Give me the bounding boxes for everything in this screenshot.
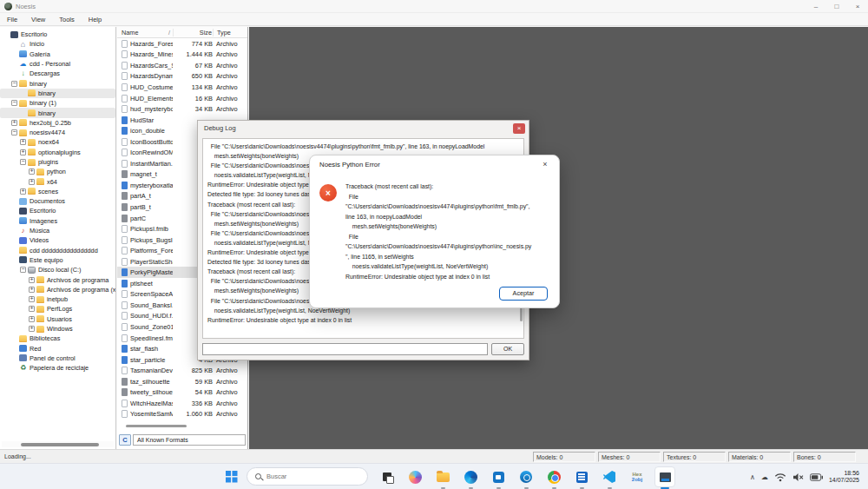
tree-item-noex64[interactable]: +noex64 — [0, 137, 115, 147]
file-row-hud-costume[interactable]: HUD_Costume...134 KBArchivo — [117, 82, 247, 93]
file-row-hud-elementsi[interactable]: HUD_ElementsI...16 KBArchivo — [117, 93, 247, 104]
wifi-icon[interactable] — [774, 472, 786, 482]
expand-icon[interactable]: + — [29, 316, 35, 322]
start-button[interactable] — [226, 471, 238, 483]
tree-item-documentos[interactable]: Documentos — [0, 196, 115, 206]
tree-item-binary[interactable]: binary — [0, 89, 115, 98]
taskbar-store[interactable] — [488, 466, 509, 487]
tree-item-escritorio[interactable]: Escritorio — [0, 30, 115, 39]
accept-button[interactable]: Aceptar — [499, 287, 548, 301]
tree-item-plugins[interactable]: −plugins — [0, 157, 115, 167]
tree-item-inicio[interactable]: ⌂Inicio — [0, 39, 115, 49]
tree-item-binary-1[interactable]: −binary (1) — [0, 98, 115, 108]
file-horizontal-scrollbar[interactable] — [121, 423, 244, 428]
error-dialog-close-icon[interactable]: × — [539, 159, 551, 170]
tree-item-cdd-personal[interactable]: ☁cdd - Personal — [0, 59, 115, 69]
tree-item-usuarios[interactable]: +Usuarios — [0, 314, 115, 324]
tree-item-disco-local-c[interactable]: −Disco local (C:) — [0, 265, 115, 274]
tree-item-archivos-de-programa[interactable]: +Archivos de programa — [0, 274, 115, 284]
tree-item-x64[interactable]: +x64 — [0, 176, 115, 186]
refresh-formats-button[interactable]: C — [119, 434, 131, 446]
taskbar-edge[interactable] — [460, 466, 481, 487]
expand-icon[interactable]: + — [20, 149, 26, 155]
file-row-yosemitesamm[interactable]: YosemiteSamM...1.060 KBArchivo — [117, 409, 247, 420]
maximize-icon[interactable]: □ — [826, 0, 847, 13]
tree-item-cdd-dddddddddddddddd[interactable]: cdd dddddddddddddddd — [0, 246, 115, 255]
tree-item-papelera-de-reciclaje[interactable]: ♻Papelera de reciclaje — [0, 363, 115, 373]
file-row-witchhazelmas[interactable]: WitchHazelMas...336 KBArchivo — [117, 398, 247, 409]
tree-horizontal-scrollbar[interactable] — [2, 441, 114, 447]
collapse-icon[interactable]: − — [11, 81, 17, 87]
tree-item-archivos-de-programa-x8[interactable]: +Archivos de programa (x8 — [0, 285, 115, 294]
file-row-taz-silhouette[interactable]: taz_silhouette59 KBArchivo — [117, 376, 247, 387]
tree-item-escritorio[interactable]: Escritorio — [0, 206, 115, 215]
tree-item-im-genes[interactable]: Imágenes — [0, 216, 115, 226]
file-row-hud-mysterybo[interactable]: hud_mysterybo...34 KBArchivo — [117, 103, 247, 115]
debug-ok-button[interactable]: OK — [491, 343, 524, 355]
tree-item-m-sica[interactable]: ♪Música — [0, 226, 115, 235]
taskbar-outlook[interactable] — [516, 466, 536, 487]
menu-file[interactable]: File — [0, 16, 24, 23]
expand-icon[interactable]: + — [11, 120, 17, 126]
tree-item-bibliotecas[interactable]: Bibliotecas — [0, 334, 115, 343]
battery-icon[interactable] — [810, 473, 823, 481]
tree-item-binary[interactable]: −binary — [0, 78, 115, 88]
expand-icon[interactable]: + — [29, 287, 35, 293]
menu-help[interactable]: Help — [82, 16, 108, 23]
file-row-hazardscars-s[interactable]: HazardsCars_S...67 KBArchivo — [117, 60, 247, 71]
taskbar-search[interactable] — [247, 467, 368, 486]
collapse-icon[interactable]: − — [11, 129, 17, 135]
tree-item-hex2obj-0-25b[interactable]: +hex2obj_0.25b — [0, 118, 115, 128]
tree-item-python[interactable]: +python — [0, 167, 115, 176]
tree-item-optionalplugins[interactable]: +optionalplugins — [0, 148, 115, 157]
expand-icon[interactable]: + — [29, 296, 35, 302]
tree-item-videos[interactable]: Videos — [0, 235, 115, 245]
file-row-hazards-minesi[interactable]: Hazards_MinesI...1.444 KBArchivo — [117, 50, 247, 61]
taskbar-noesis[interactable] — [654, 466, 675, 487]
tree-item-red[interactable]: Red — [0, 344, 115, 354]
column-size[interactable]: Size — [173, 29, 213, 36]
collapse-icon[interactable]: − — [20, 267, 26, 273]
file-row-hazardsdynam[interactable]: HazardsDynam...650 KBArchivo — [117, 71, 247, 83]
tree-item-panel-de-control[interactable]: Panel de control — [0, 354, 115, 363]
collapse-icon[interactable]: − — [20, 159, 26, 165]
file-row-tweety-silhouet[interactable]: tweety_silhouet...54 KBArchivo — [117, 387, 247, 399]
expand-icon[interactable]: + — [20, 139, 26, 145]
expand-icon[interactable]: + — [29, 169, 35, 175]
expand-icon[interactable]: + — [29, 306, 35, 312]
volume-muted-icon[interactable] — [792, 472, 804, 482]
tree-item-binary[interactable]: binary — [0, 108, 115, 117]
column-name[interactable]: Name / — [117, 29, 173, 36]
tree-item-inetpub[interactable]: +inetpub — [0, 294, 115, 304]
expand-icon[interactable]: + — [29, 326, 35, 332]
close-icon[interactable]: × — [847, 0, 868, 13]
search-input[interactable] — [266, 472, 353, 480]
column-type[interactable]: Type — [213, 29, 247, 36]
tree-item-scenes[interactable]: +scenes — [0, 187, 115, 196]
tree-item-noesisv4474[interactable]: −noesisv4474 — [0, 128, 115, 137]
taskbar-calculator[interactable] — [571, 466, 592, 487]
menu-view[interactable]: View — [24, 16, 52, 23]
taskbar-vscode[interactable] — [599, 466, 620, 487]
tree-item-galer-a[interactable]: Galería — [0, 50, 115, 59]
minimize-icon[interactable]: – — [806, 0, 826, 13]
tree-item-este-equipo[interactable]: Este equipo — [0, 255, 115, 265]
tree-item-descargas[interactable]: ↓Descargas — [0, 69, 115, 78]
taskbar-file-explorer[interactable] — [432, 466, 453, 487]
tray-chevron-up-icon[interactable]: ∧ — [750, 473, 755, 481]
menu-tools[interactable]: Tools — [52, 16, 82, 23]
file-row-tasmaniandevil[interactable]: TasmanianDevil...825 KBArchivo — [117, 365, 247, 376]
taskbar-copilot[interactable] — [404, 466, 425, 487]
taskbar-hex2obj[interactable]: Hex2obj — [627, 466, 648, 487]
file-scrollbar-thumb[interactable] — [126, 425, 187, 427]
debug-command-input[interactable] — [202, 343, 488, 355]
taskbar-chrome[interactable] — [543, 466, 564, 487]
format-filter-dropdown[interactable]: All Known Formats — [133, 434, 246, 446]
file-row-hazards-forest[interactable]: Hazards_Forest...774 KBArchivo — [117, 38, 247, 50]
expand-icon[interactable]: + — [29, 277, 35, 283]
onedrive-icon[interactable]: ☁ — [761, 473, 768, 481]
debug-log-close-icon[interactable]: × — [513, 123, 525, 134]
expand-icon[interactable]: + — [20, 188, 26, 195]
taskbar-clock[interactable]: 18:56 14/07/2025 — [829, 470, 859, 485]
tree-item-perflogs[interactable]: +PerfLogs — [0, 304, 115, 314]
